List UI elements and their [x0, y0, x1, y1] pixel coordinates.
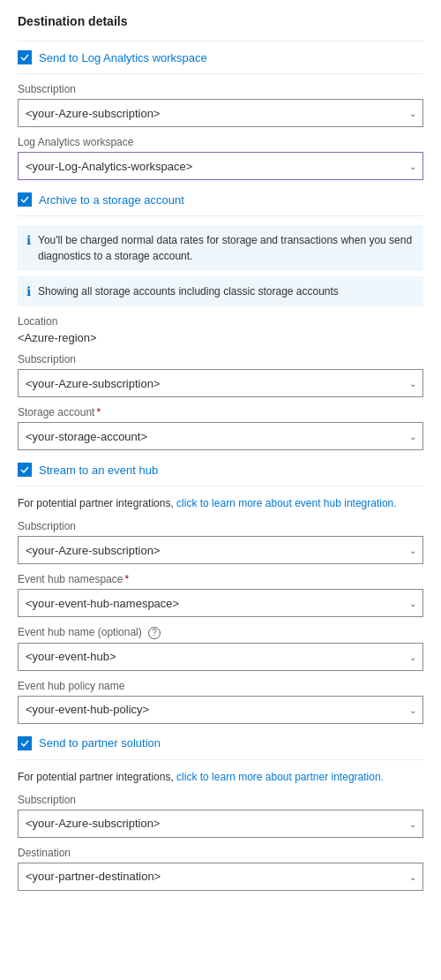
storage-required: * [96, 406, 101, 418]
event-hub-checkbox[interactable] [18, 463, 32, 477]
storage-location-value: <Azure-region> [18, 331, 423, 344]
divider-2 [18, 215, 423, 216]
storage-subscription-select[interactable]: <your-Azure-subscription> [18, 369, 423, 397]
workspace-dropdown-wrapper: <your-Log-Analytics-workspace> ⌄ [18, 152, 423, 180]
divider-4 [18, 759, 423, 760]
workspace-label: Log Analytics workspace [18, 136, 423, 148]
storage-subscription-block: Subscription <your-Azure-subscription> ⌄ [18, 353, 423, 397]
namespace-required: * [124, 573, 129, 585]
storage-label: Archive to a storage account [39, 193, 184, 207]
partner-subscription-label: Subscription [18, 794, 423, 806]
log-analytics-subscription-label: Subscription [18, 83, 423, 95]
event-hub-subscription-select[interactable]: <your-Azure-subscription> [18, 536, 423, 564]
partner-info: For potential partner integrations, clic… [18, 769, 423, 785]
event-hub-name-label: Event hub name (optional) ? [18, 626, 423, 639]
storage-account-select[interactable]: <your-storage-account> [18, 422, 423, 450]
partner-checkbox-row[interactable]: Send to partner solution [18, 736, 423, 750]
storage-account-block: Storage account* <your-storage-account> … [18, 406, 423, 450]
event-hub-policy-select[interactable]: <your-event-hub-policy> [18, 696, 423, 724]
event-hub-namespace-select[interactable]: <your-event-hub-namespace> [18, 589, 423, 617]
event-hub-label: Stream to an event hub [39, 464, 158, 477]
workspace-block: Log Analytics workspace <your-Log-Analyt… [18, 136, 423, 180]
partner-subscription-block: Subscription <your-Azure-subscription> ⌄ [18, 794, 423, 838]
log-analytics-subscription-block: Subscription <your-Azure-subscription> ⌄ [18, 83, 423, 127]
storage-info-text-1: You'll be charged normal data rates for … [38, 232, 415, 264]
event-hub-subscription-label: Subscription [18, 520, 423, 532]
event-hub-namespace-block: Event hub namespace* <your-event-hub-nam… [18, 573, 423, 617]
event-hub-subscription-dropdown-wrapper: <your-Azure-subscription> ⌄ [18, 536, 423, 564]
event-hub-partner-info: For potential partner integrations, clic… [18, 495, 423, 511]
event-hub-subscription-block: Subscription <your-Azure-subscription> ⌄ [18, 520, 423, 564]
info-icon-2: ℹ [26, 284, 31, 298]
partner-label: Send to partner solution [39, 736, 161, 750]
event-hub-policy-label: Event hub policy name [18, 680, 423, 692]
storage-checkbox[interactable] [18, 192, 32, 207]
partner-subscription-select[interactable]: <your-Azure-subscription> [18, 810, 423, 838]
partner-checkbox[interactable] [18, 736, 32, 750]
workspace-select[interactable]: <your-Log-Analytics-workspace> [18, 152, 423, 180]
storage-info-text-2: Showing all storage accounts including c… [38, 283, 339, 299]
partner-destination-dropdown-wrapper: <your-partner-destination> ⌄ [18, 863, 423, 891]
storage-account-label: Storage account* [18, 406, 423, 418]
partner-link[interactable]: click to learn more about partner integr… [176, 771, 384, 783]
log-analytics-subscription-dropdown-wrapper: <your-Azure-subscription> ⌄ [18, 99, 423, 127]
storage-location-block: Location <Azure-region> [18, 315, 423, 344]
partner-destination-select[interactable]: <your-partner-destination> [18, 863, 423, 891]
event-hub-checkbox-row[interactable]: Stream to an event hub [18, 463, 423, 477]
divider-3 [18, 486, 423, 486]
log-analytics-label: Send to Log Analytics workspace [39, 51, 207, 64]
event-hub-namespace-label: Event hub namespace* [18, 573, 423, 585]
divider-1 [18, 73, 423, 74]
event-hub-partner-link[interactable]: click to learn more about event hub inte… [176, 497, 396, 509]
storage-account-dropdown-wrapper: <your-storage-account> ⌄ [18, 422, 423, 450]
log-analytics-checkbox-row[interactable]: Send to Log Analytics workspace [18, 50, 423, 64]
event-hub-name-select[interactable]: <your-event-hub> [18, 643, 423, 671]
storage-location-label: Location [18, 315, 423, 328]
hub-name-help-icon[interactable]: ? [148, 627, 161, 639]
partner-subscription-dropdown-wrapper: <your-Azure-subscription> ⌄ [18, 810, 423, 838]
partner-destination-block: Destination <your-partner-destination> ⌄ [18, 847, 423, 891]
divider-top [18, 41, 423, 41]
event-hub-name-block: Event hub name (optional) ? <your-event-… [18, 626, 423, 671]
storage-subscription-dropdown-wrapper: <your-Azure-subscription> ⌄ [18, 369, 423, 397]
storage-checkbox-row[interactable]: Archive to a storage account [18, 192, 423, 207]
storage-info-box-1: ℹ You'll be charged normal data rates fo… [18, 225, 423, 271]
storage-subscription-label: Subscription [18, 353, 423, 366]
event-hub-policy-block: Event hub policy name <your-event-hub-po… [18, 680, 423, 724]
info-icon-1: ℹ [26, 233, 31, 247]
event-hub-name-dropdown-wrapper: <your-event-hub> ⌄ [18, 643, 423, 671]
log-analytics-subscription-select[interactable]: <your-Azure-subscription> [18, 99, 423, 127]
storage-info-box-2: ℹ Showing all storage accounts including… [18, 276, 423, 306]
page-title: Destination details [18, 14, 423, 28]
log-analytics-checkbox[interactable] [18, 50, 32, 64]
event-hub-namespace-dropdown-wrapper: <your-event-hub-namespace> ⌄ [18, 589, 423, 617]
partner-destination-label: Destination [18, 847, 423, 859]
event-hub-policy-dropdown-wrapper: <your-event-hub-policy> ⌄ [18, 696, 423, 724]
